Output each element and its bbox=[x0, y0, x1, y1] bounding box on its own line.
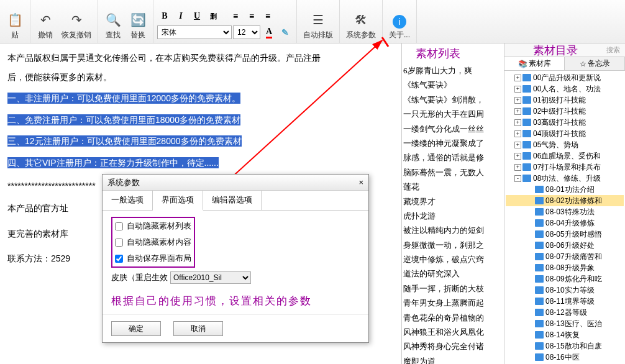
tree-item[interactable]: 08-04升级修炼 bbox=[506, 217, 624, 229]
material-list-item[interactable]: 被注以精纯内力的短剑 bbox=[403, 223, 503, 237]
dialog-tab-editor[interactable]: 编辑器选项 bbox=[203, 191, 262, 210]
dialog-tab-ui[interactable]: 界面选项 bbox=[153, 191, 203, 211]
tree-item[interactable]: -08功法、修练、升级 bbox=[506, 173, 624, 184]
size-select[interactable]: 12 bbox=[233, 25, 260, 39]
material-list-item[interactable]: 一缕缕的神元凝聚成了 bbox=[403, 136, 503, 150]
underline-button[interactable]: U bbox=[189, 9, 204, 23]
material-list-item[interactable]: 虎扑龙游 bbox=[403, 209, 503, 223]
tree-item[interactable]: +02中级打斗技能 bbox=[506, 106, 624, 117]
expand-icon[interactable]: + bbox=[514, 119, 521, 126]
tree-item[interactable]: 08-14恢复 bbox=[506, 329, 624, 340]
expand-icon[interactable]: + bbox=[514, 164, 521, 171]
material-list-item[interactable]: 一缕剑气分化成一丝丝 bbox=[403, 122, 503, 136]
material-list-item[interactable]: 风神狼王和浴火凤凰化 bbox=[403, 325, 503, 339]
material-list-item[interactable]: 道法的研究深入 bbox=[403, 266, 503, 281]
find-label: 查找 bbox=[106, 30, 121, 40]
tree-item[interactable]: +06血腥场景、受伤和 bbox=[506, 150, 624, 162]
chk-save-layout[interactable] bbox=[115, 255, 123, 263]
tree-item[interactable]: 08-08升级异象 bbox=[506, 262, 624, 273]
folder-icon bbox=[535, 197, 544, 204]
tree-item[interactable]: 08-15散功和自废 bbox=[506, 340, 624, 352]
material-list-item[interactable]: 逆境中修炼，破点穴窍 bbox=[403, 252, 503, 266]
material-list-item[interactable]: 《练气要诀》 bbox=[403, 78, 503, 92]
material-list-item[interactable]: 一只无形的大手在四周 bbox=[403, 107, 503, 121]
skin-select[interactable]: Office2010_Sil bbox=[170, 271, 251, 284]
tree-item[interactable]: 08-06升级好处 bbox=[506, 240, 624, 251]
material-list-item[interactable]: 青色花朵的奇异植物的 bbox=[403, 311, 503, 325]
strike-button[interactable]: 删 bbox=[206, 9, 221, 23]
chk-hide-list[interactable] bbox=[115, 222, 123, 230]
material-list-item[interactable]: 藏境界才 bbox=[403, 194, 503, 209]
font-select[interactable]: 宋体 bbox=[157, 25, 232, 39]
material-list-item[interactable]: 脉感，通俗的话就是修 bbox=[403, 150, 503, 165]
skin-label: 皮肤（重启生效 bbox=[111, 272, 168, 283]
sys-params-button[interactable]: 🛠 系统参数 bbox=[342, 10, 380, 42]
undo-button[interactable]: ↶ 撤销 bbox=[33, 10, 58, 42]
search-label[interactable]: 搜索 bbox=[606, 45, 625, 55]
material-list-item[interactable]: 随手一挥，折断的大枝 bbox=[403, 281, 503, 296]
tree-item[interactable]: 08-09炼化丹和吃 bbox=[506, 273, 624, 284]
system-params-dialog: 系统参数 × 一般选项 界面选项 编辑器选项 自动隐藏素材列表 自动隐藏素材内容… bbox=[102, 174, 369, 343]
expand-icon[interactable]: + bbox=[514, 75, 521, 81]
tree-item[interactable]: 08-11境界等级 bbox=[506, 296, 624, 307]
tab-material-lib[interactable]: 📚 素材库 bbox=[504, 57, 565, 70]
tree-item[interactable]: 08-02功法修炼和 bbox=[506, 195, 624, 206]
tree-item[interactable]: +04顶级打斗技能 bbox=[506, 128, 624, 139]
tree-item[interactable]: 08-13医疗、医治 bbox=[506, 318, 624, 329]
tree-item[interactable]: +07打斗场景和排兵布 bbox=[506, 162, 624, 173]
tree-item[interactable]: +00人名、地名、功法 bbox=[506, 83, 624, 94]
tree-item[interactable]: 08-16中医 bbox=[506, 352, 624, 363]
cancel-button[interactable]: 取消 bbox=[173, 321, 223, 336]
material-list-item[interactable]: 莲花 bbox=[403, 180, 503, 194]
material-list-item[interactable]: 青年男女身上蒸腾而起 bbox=[403, 296, 503, 310]
tree-item[interactable]: +05气势、势场 bbox=[506, 139, 624, 150]
replace-button[interactable]: 🔄 替换 bbox=[125, 10, 150, 42]
layout-icon: ☰ bbox=[309, 11, 327, 29]
book-icon: 📚 bbox=[518, 60, 527, 68]
chk-hide-content[interactable] bbox=[115, 239, 123, 247]
paste-button[interactable]: 📋 贴 bbox=[2, 10, 27, 42]
align-center-button[interactable]: ≡ bbox=[244, 9, 259, 23]
bold-button[interactable]: B bbox=[157, 9, 172, 23]
close-icon[interactable]: × bbox=[358, 178, 363, 187]
auto-layout-button[interactable]: ☰ 自动排版 bbox=[299, 10, 337, 42]
find-button[interactable]: 🔍 查找 bbox=[101, 10, 125, 42]
redo-button[interactable]: ↷ 恢复撤销 bbox=[58, 10, 95, 42]
material-list-item[interactable]: 风神秀将身心完全付诸 bbox=[403, 339, 503, 353]
paste-label: 贴 bbox=[11, 30, 19, 40]
dialog-note: 根据自己的使用习惯，设置相关的参数 bbox=[111, 294, 360, 308]
expand-icon[interactable]: + bbox=[514, 86, 521, 93]
tree-item[interactable]: +00产品升级和更新说 bbox=[506, 72, 624, 83]
tab-memo[interactable]: ☆ 备忘录 bbox=[565, 57, 625, 70]
expand-icon[interactable]: + bbox=[514, 153, 521, 160]
tree-item[interactable]: 08-03特殊功法 bbox=[506, 206, 624, 217]
ok-button[interactable]: 确定 bbox=[111, 321, 161, 336]
material-list-item[interactable]: 6岁滕青山大力，爽 bbox=[403, 63, 503, 78]
expand-icon[interactable]: + bbox=[514, 130, 521, 137]
material-list-item[interactable]: 身躯微微一动，刹那之 bbox=[403, 238, 503, 252]
folder-icon bbox=[522, 130, 531, 137]
align-left-button[interactable]: ≡ bbox=[228, 9, 243, 23]
expand-icon[interactable]: + bbox=[514, 97, 521, 104]
tree-item[interactable]: +01初级打斗技能 bbox=[506, 94, 624, 106]
material-list-item[interactable]: 《练气要诀》剑消散， bbox=[403, 93, 503, 107]
folder-icon bbox=[522, 163, 531, 171]
tree-item[interactable]: +03高级打斗技能 bbox=[506, 117, 624, 128]
material-list-item[interactable]: 魔即为道 bbox=[403, 354, 503, 364]
highlight-button[interactable]: ✎ bbox=[278, 25, 293, 39]
dialog-tab-general[interactable]: 一般选项 bbox=[103, 191, 153, 210]
italic-button[interactable]: I bbox=[173, 9, 188, 23]
expand-icon[interactable]: - bbox=[514, 175, 521, 182]
align-right-button[interactable]: ≡ bbox=[260, 9, 275, 23]
tree-item[interactable]: 08-10实力等级 bbox=[506, 284, 624, 296]
tree-item[interactable]: 08-01功法介绍 bbox=[506, 184, 624, 195]
tree-item[interactable]: 08-07升级痛苦和 bbox=[506, 251, 624, 262]
about-button[interactable]: i 关于... bbox=[385, 14, 414, 42]
material-tree[interactable]: +00产品升级和更新说+00人名、地名、功法+01初级打斗技能+02中级打斗技能… bbox=[504, 71, 625, 364]
expand-icon[interactable]: + bbox=[514, 142, 521, 148]
font-color-button[interactable]: A bbox=[262, 25, 276, 39]
expand-icon[interactable]: + bbox=[514, 108, 521, 115]
tree-item[interactable]: 08-05升级时感悟 bbox=[506, 229, 624, 240]
material-list-item[interactable]: 脑际蓦然一震，无数人 bbox=[403, 165, 503, 180]
tree-item[interactable]: 08-12器等级 bbox=[506, 307, 624, 318]
